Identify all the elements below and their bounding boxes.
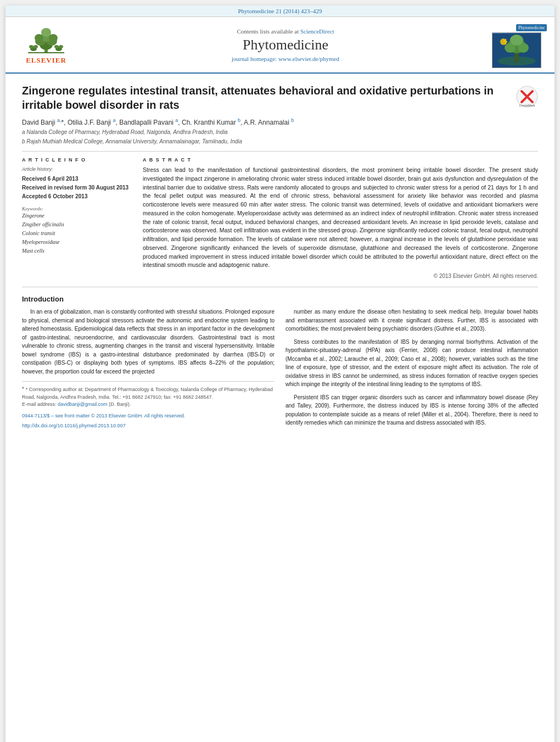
authors: David Banji a,*, Otilia J.F. Banji a, Ba… [22, 118, 538, 126]
journal-info: Contents lists available at ScienceDirec… [79, 28, 492, 62]
email-address[interactable]: davidbanji@gmail.com [58, 401, 108, 407]
intro-para-1: In an era of globalization, man is const… [22, 308, 275, 376]
journal-cover: Phytomedicine [492, 21, 547, 68]
body-text-section: In an era of globalization, man is const… [22, 308, 538, 432]
svg-text:CrossMark: CrossMark [519, 104, 535, 107]
footnotes: * * Corresponding author at: Department … [22, 381, 275, 409]
svg-point-12 [54, 45, 59, 48]
article-info-col: A R T I C L E I N F O Article history: R… [22, 157, 132, 279]
copyright: © 2013 Elsevier GmbH. All rights reserve… [143, 273, 538, 279]
affiliation-b: b Rajah Muthiah Medical College, Annamal… [22, 138, 538, 146]
homepage-url[interactable]: www.elsevier.de/phymed [278, 55, 339, 62]
affiliation-a: a Nalanda College of Pharmacy, Hyderabad… [22, 129, 538, 136]
article-history: Article history: Received 6 April 2013 R… [22, 166, 132, 200]
intro-heading: Introduction [22, 295, 538, 303]
sciencedirect-link[interactable]: ScienceDirect [300, 28, 334, 35]
intro-para-2: number as many endure the disease often … [285, 308, 538, 333]
body-col-right: number as many endure the disease often … [285, 308, 538, 432]
footnote-email: E-mail address: davidbanji@gmail.com (D.… [22, 401, 275, 409]
svg-point-5 [35, 34, 43, 42]
received-revised-date: Received in revised form 30 August 2013 [22, 183, 132, 192]
elsevier-wordmark: ELSEVIER [26, 56, 66, 65]
elsevier-tree-icon [27, 25, 65, 55]
svg-point-13 [59, 45, 63, 48]
journal-citation-text: Phytomedicine 21 (2014) 423–429 [238, 8, 322, 14]
journal-header: ELSEVIER Contents lists available at Sci… [5, 17, 555, 74]
footnote-text: * Corresponding author at: Department of… [22, 387, 273, 400]
svg-point-21 [510, 35, 523, 46]
svg-point-7 [41, 28, 51, 37]
email-label: E-mail address: [22, 401, 57, 407]
keyword-myeloperoxidase: Myeloperoxidase [22, 238, 132, 247]
doi-line: http://dx.doi.org/10.1016/j.phymed.2013.… [22, 423, 275, 428]
received-date: Received 6 April 2013 [22, 175, 132, 183]
body-col-left: In an era of globalization, man is const… [22, 308, 275, 432]
keywords-section: Keywords: Zingerone Zingiber officinalis… [22, 206, 132, 255]
info-abstract-section: A R T I C L E I N F O Article history: R… [22, 157, 538, 279]
svg-rect-14 [28, 52, 64, 53]
abstract-heading: A B S T R A C T [143, 157, 538, 163]
intro-para-3: Stress contributes to the manifestation … [285, 338, 538, 389]
title-section: Zingerone regulates intestinal transit, … [22, 83, 538, 112]
footnote-star-line: * * Corresponding author at: Department … [22, 385, 275, 401]
journal-citation: Phytomedicine 21 (2014) 423–429 [5, 5, 555, 17]
homepage-label: journal homepage: [232, 55, 277, 62]
email-name: (D. Banji). [109, 401, 131, 407]
keyword-zingiber: Zingiber officinalis [22, 220, 132, 229]
article-info-heading: A R T I C L E I N F O [22, 157, 132, 163]
accepted-date: Accepted 6 October 2013 [22, 192, 132, 200]
cover-badge: Phytomedicine [516, 24, 547, 31]
abstract-divider [22, 287, 538, 287]
article-page: Phytomedicine 21 (2014) 423–429 [5, 5, 555, 742]
title-divider [22, 151, 538, 152]
issn-text: 0944-7113/$ – see front matter © 2013 El… [22, 413, 185, 419]
elsevier-logo-block: ELSEVIER [13, 25, 79, 65]
contents-label: Contents lists available at [237, 28, 299, 35]
journal-title: Phytomedicine [79, 37, 492, 53]
svg-point-6 [49, 34, 58, 42]
abstract-text: Stress can lead to the manifestation of … [143, 166, 538, 270]
issn-line: 0944-7113/$ – see front matter © 2013 El… [22, 413, 275, 419]
abstract-col: A B S T R A C T Stress can lead to the m… [143, 157, 538, 279]
svg-point-9 [29, 45, 33, 48]
keyword-zingerone: Zingerone [22, 211, 132, 220]
cover-image [492, 32, 541, 68]
history-label: Article history: [22, 166, 132, 174]
svg-point-10 [33, 45, 38, 48]
publisher-logo: ELSEVIER [13, 25, 79, 65]
article-title: Zingerone regulates intestinal transit, … [22, 83, 511, 112]
footnote-star-symbol: * [22, 386, 26, 392]
crossmark-logo: CrossMark [516, 86, 538, 108]
keywords-label: Keywords: [22, 206, 132, 211]
journal-homepage: journal homepage: www.elsevier.de/phymed [79, 55, 492, 62]
keyword-colonic: Colonic transit [22, 229, 132, 238]
doi-link[interactable]: http://dx.doi.org/10.1016/j.phymed.2013.… [22, 423, 126, 428]
authors-text: David Banji a,*, Otilia J.F. Banji a, Ba… [22, 119, 294, 126]
keyword-mast: Mast cells [22, 247, 132, 255]
article-content: Zingerone regulates intestinal transit, … [5, 74, 555, 443]
contents-availability: Contents lists available at ScienceDirec… [79, 28, 492, 35]
intro-para-4: Persistent IBS can trigger organic disor… [285, 393, 538, 427]
